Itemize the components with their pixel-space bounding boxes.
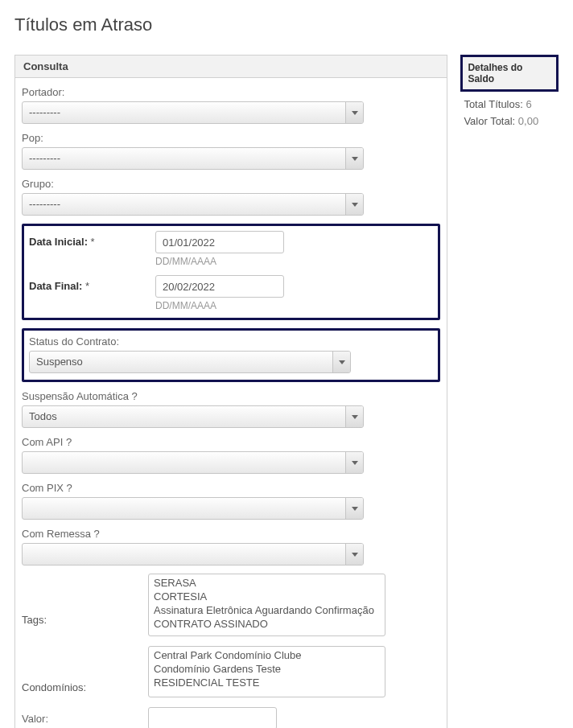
pop-label: Pop:	[22, 132, 440, 144]
list-item[interactable]: Condomínio Gardens Teste	[154, 663, 380, 677]
data-inicial-input[interactable]	[155, 231, 284, 253]
tags-listbox[interactable]: SERASA CORTESIA Assinatura Eletrônica Ag…	[148, 574, 385, 636]
suspensao-auto-value: Todos	[23, 406, 345, 427]
chevron-down-icon	[345, 102, 363, 123]
data-inicial-hint: DD/MM/AAAA	[155, 256, 433, 267]
chevron-down-icon	[345, 544, 363, 565]
date-range-highlight: Data Inicial: * DD/MM/AAAA Data Final: *	[22, 224, 440, 320]
data-final-input[interactable]	[155, 275, 284, 298]
required-star: *	[85, 280, 89, 292]
data-inicial-label: Data Inicial:	[29, 236, 88, 248]
detalhes-saldo-panel: Detalhes do Saldo Total Títulos: 6 Valor…	[460, 55, 559, 138]
condominios-label: Condomínios:	[22, 681, 86, 693]
com-api-value	[23, 452, 345, 473]
panel-title: Consulta	[15, 56, 447, 78]
list-item[interactable]: RESIDENCIAL TESTE	[154, 677, 380, 690]
page-title: Títulos em Atraso	[14, 14, 559, 35]
chevron-down-icon	[345, 498, 363, 519]
list-item[interactable]: Central Park Condomínio Clube	[154, 649, 380, 663]
com-remessa-label: Com Remessa ?	[22, 528, 440, 540]
list-item[interactable]: SERASA	[154, 577, 380, 590]
chevron-down-icon	[332, 352, 350, 372]
com-api-select[interactable]	[22, 451, 364, 474]
com-remessa-value	[23, 544, 345, 565]
status-contrato-select[interactable]: Suspenso	[29, 351, 351, 373]
list-item[interactable]: Assinatura Eletrônica Aguardando Confirm…	[154, 604, 380, 618]
portador-select[interactable]: ---------	[22, 101, 364, 124]
data-final-hint: DD/MM/AAAA	[155, 300, 433, 311]
chevron-down-icon	[345, 452, 363, 473]
total-titulos-value: 6	[526, 98, 531, 110]
required-star: *	[91, 236, 95, 248]
grupo-label: Grupo:	[22, 178, 440, 190]
valor-label: Valor:	[22, 713, 138, 725]
pop-value: ---------	[23, 148, 345, 169]
pop-select[interactable]: ---------	[22, 147, 364, 170]
portador-label: Portador:	[22, 86, 440, 98]
data-final-label: Data Final:	[29, 280, 82, 292]
com-pix-select[interactable]	[22, 497, 364, 520]
com-api-label: Com API ?	[22, 436, 440, 448]
status-contrato-label: Status do Contrato:	[29, 335, 433, 348]
com-pix-value	[23, 498, 345, 519]
total-titulos-label: Total Títulos:	[464, 98, 522, 110]
valor-total-value: 0,00	[518, 115, 538, 127]
list-item[interactable]: CORTESIA	[154, 590, 380, 604]
suspensao-auto-label: Suspensão Automática ?	[22, 390, 440, 402]
detalhes-saldo-title: Detalhes do Saldo	[460, 55, 559, 92]
chevron-down-icon	[345, 406, 363, 427]
condominios-listbox[interactable]: Central Park Condomínio Clube Condomínio…	[148, 646, 385, 697]
com-remessa-select[interactable]	[22, 543, 364, 566]
grupo-value: ---------	[23, 194, 345, 215]
tags-label: Tags:	[22, 614, 47, 626]
status-contrato-highlight: Status do Contrato: Suspenso	[22, 328, 440, 382]
list-item[interactable]: CONTRATO ASSINADO	[154, 618, 380, 631]
suspensao-auto-select[interactable]: Todos	[22, 405, 364, 428]
com-pix-label: Com PIX ?	[22, 482, 440, 494]
valor-input[interactable]	[148, 707, 277, 728]
consulta-panel: Consulta Portador: --------- Pop: ------…	[14, 55, 447, 728]
valor-total-label: Valor Total:	[464, 115, 515, 127]
portador-value: ---------	[23, 102, 345, 123]
chevron-down-icon	[345, 148, 363, 169]
chevron-down-icon	[345, 194, 363, 215]
status-contrato-value: Suspenso	[30, 352, 332, 372]
grupo-select[interactable]: ---------	[22, 193, 364, 216]
